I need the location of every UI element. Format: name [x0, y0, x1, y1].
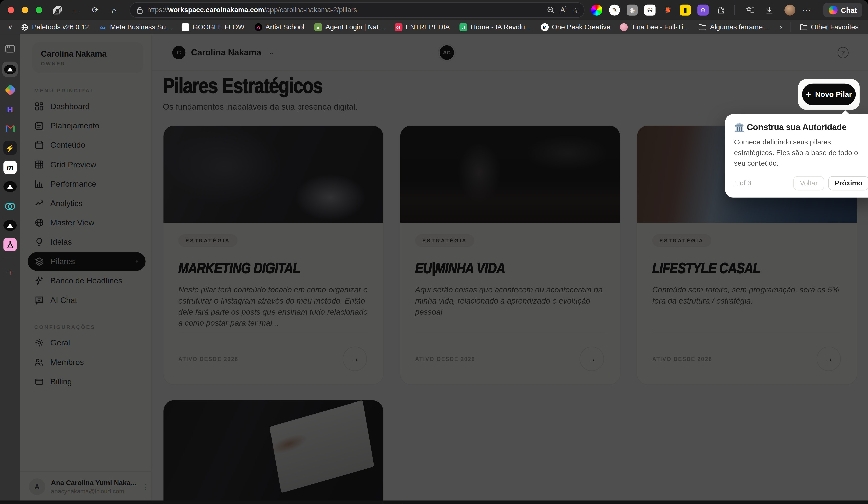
building-emoji: 🏛️ — [734, 122, 745, 132]
favorite-item[interactable]: Algumas ferrame... — [694, 21, 773, 33]
zoom-window-button[interactable] — [36, 7, 42, 13]
peak-circle-icon: M — [541, 23, 548, 31]
profile-avatar[interactable] — [784, 4, 795, 16]
tour-dim-overlay — [20, 34, 868, 504]
url-path: /app/carolina-nakama-2/pillars — [264, 6, 357, 14]
favorite-item[interactable]: J Home - IA Revolu... — [455, 21, 536, 33]
close-window-button[interactable] — [8, 7, 14, 13]
url-host: workspace.carolnakama.com — [168, 6, 264, 14]
triangle-play-logo[interactable] — [3, 180, 17, 193]
browser-sidebar-rail: H ⚡ m + — [0, 34, 20, 504]
extension-colorwheel-icon[interactable] — [591, 4, 602, 16]
white-page-icon — [182, 23, 189, 31]
tab-actions-icon[interactable] — [50, 3, 65, 17]
favorite-item[interactable]: Tina Lee - Full-Ti... — [615, 21, 694, 33]
tour-popover: × 🏛️ Construa sua Autoridade Comece defi… — [725, 114, 868, 197]
browser-toolbar: ← ⟳ ⌂ https://workspace.carolnakama.com/… — [0, 0, 868, 20]
screen: ← ⟳ ⌂ https://workspace.carolnakama.com/… — [0, 0, 868, 504]
more-menu-icon[interactable]: ⋯ — [799, 3, 815, 17]
tab-card-icon[interactable] — [3, 42, 17, 55]
back-icon[interactable]: ← — [69, 3, 84, 17]
favorites-bar: ∨ Paletools v26.0.12 ∞ Meta Business Su.… — [0, 20, 868, 34]
favorite-item[interactable]: ∞ Meta Business Su... — [94, 21, 177, 33]
extension-film-icon[interactable]: ✇ — [644, 4, 655, 16]
reload-icon[interactable]: ⟳ — [87, 3, 103, 17]
gmail-logo[interactable] — [3, 122, 17, 135]
tour-back-button[interactable]: Voltar — [793, 176, 824, 190]
add-site-plus-icon[interactable]: + — [3, 266, 17, 280]
supabase-logo[interactable]: ⚡ — [3, 141, 17, 155]
url-scheme: https:// — [147, 6, 168, 14]
favorites-overflow-chevron-icon[interactable]: › — [777, 23, 785, 31]
copilot-chat-button[interactable]: Chat — [823, 3, 862, 17]
favorite-star-icon[interactable]: ☆ — [572, 6, 579, 14]
zoom-out-icon[interactable] — [547, 6, 555, 14]
read-aloud-icon[interactable]: A) — [560, 6, 567, 14]
new-pillar-label: Novo Pilar — [815, 90, 852, 99]
favorite-item[interactable]: Paletools v26.0.12 — [16, 21, 94, 33]
ai-studio-flask-logo[interactable] — [3, 238, 17, 251]
extension-camera-icon[interactable]: ◉ — [627, 4, 638, 16]
extensions-puzzle-icon[interactable] — [715, 4, 726, 16]
favorites-list-icon[interactable] — [742, 3, 758, 17]
tour-step-counter: 1 of 3 — [734, 179, 752, 187]
extension-hand-icon[interactable]: ✎ — [609, 4, 620, 16]
window-bottom-edge — [0, 501, 868, 504]
folder-icon — [800, 23, 808, 31]
folder-icon — [699, 23, 706, 31]
collapse-sidebar-chevron-icon[interactable]: ∨ — [4, 23, 16, 31]
address-bar[interactable]: https://workspace.carolnakama.com/app/ca… — [130, 2, 585, 18]
green-hook-icon: J — [459, 23, 467, 31]
downloads-icon[interactable] — [761, 3, 777, 17]
tour-body: Comece definindo seus pilares estratégic… — [734, 137, 868, 168]
extension-plus-icon[interactable]: ⊕ — [698, 4, 709, 16]
favorite-item[interactable]: M One Peak Creative — [536, 21, 615, 33]
tour-title: 🏛️ Construa sua Autoridade — [734, 122, 868, 132]
rail-active-site[interactable] — [2, 62, 18, 77]
tour-next-button[interactable]: Próximo — [828, 176, 868, 190]
app-page: Carolina Nakama OWNER MENU PRINCIPAL Das… — [20, 34, 868, 504]
pink-avatar-icon — [620, 23, 628, 31]
red-g-icon: G — [395, 23, 402, 31]
triangle-play-logo — [4, 64, 16, 74]
chat-label: Chat — [841, 6, 857, 14]
browser-window: ← ⟳ ⌂ https://workspace.carolnakama.com/… — [0, 0, 868, 504]
green-triangle-icon: ▲ — [314, 23, 322, 31]
favorite-item[interactable]: ▲ Agent Login | Nat... — [309, 21, 390, 33]
tour-spotlight: + Novo Pilar — [798, 79, 860, 110]
artist-school-icon: A — [255, 23, 262, 31]
triangle-play-logo[interactable] — [3, 219, 17, 232]
extension-bookmark-icon[interactable]: ▮ — [680, 4, 691, 16]
lock-icon — [137, 6, 143, 13]
gemini-logo[interactable] — [3, 83, 17, 96]
extension-starburst-icon[interactable]: ✺ — [662, 4, 673, 16]
plus-icon: + — [806, 90, 811, 100]
new-pillar-button[interactable]: + Novo Pilar — [802, 84, 856, 105]
favorite-item[interactable]: GOOGLE FLOW — [177, 21, 249, 33]
globe-icon — [21, 23, 29, 31]
m-logo[interactable]: m — [3, 161, 17, 174]
favorite-item[interactable]: G ENTREPEDIA — [390, 21, 455, 33]
meta-icon: ∞ — [99, 23, 107, 31]
heygen-logo[interactable]: H — [3, 103, 17, 116]
home-icon[interactable]: ⌂ — [106, 3, 122, 17]
favorite-item[interactable]: A Artist School — [249, 21, 309, 33]
godaddy-logo[interactable] — [3, 199, 17, 213]
other-favorites-folder[interactable]: Other Favorites — [795, 21, 864, 33]
copilot-icon — [829, 6, 838, 14]
minimize-window-button[interactable] — [22, 7, 28, 13]
